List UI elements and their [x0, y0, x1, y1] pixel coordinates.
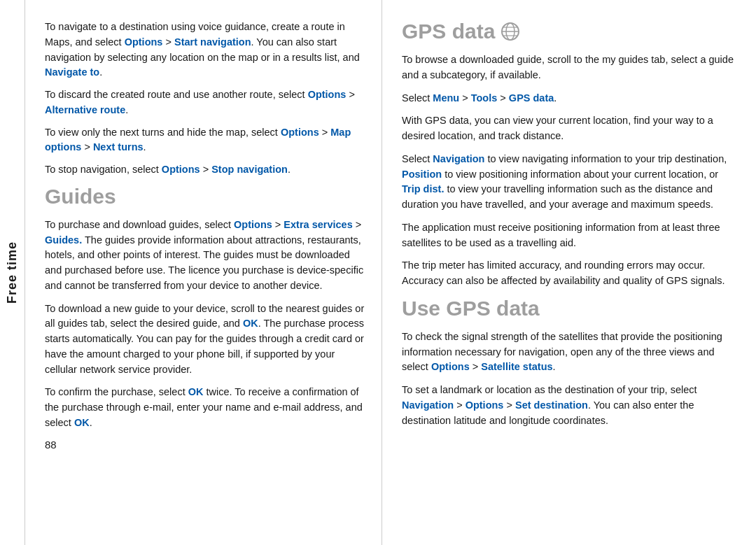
- navigation-link[interactable]: Navigation: [433, 153, 484, 164]
- right-column: GPS data To browse a downloaded guide, s…: [382, 0, 756, 545]
- gps-data-link[interactable]: GPS data: [509, 92, 554, 104]
- ok-link-2[interactable]: OK: [188, 386, 204, 397]
- side-tab: Free time: [0, 0, 25, 545]
- globe-icon: [500, 22, 520, 41]
- nav-para-4: To stop navigation, select Options > Sto…: [45, 162, 365, 178]
- navigate-to-link[interactable]: Navigate to: [45, 66, 99, 78]
- side-tab-label: Free time: [5, 241, 20, 304]
- nav-para-2: To discard the created route and use ano…: [45, 87, 365, 118]
- next-turns-link[interactable]: Next turns: [93, 141, 144, 153]
- navigation-link-2[interactable]: Navigation: [402, 399, 454, 411]
- position-link[interactable]: Position: [402, 169, 442, 180]
- gps-with-data-para: With GPS data, you can view your current…: [402, 113, 736, 144]
- options-link-3[interactable]: Options: [281, 127, 319, 138]
- options-link-5[interactable]: Options: [234, 219, 272, 230]
- trip-dist-link[interactable]: Trip dist.: [402, 183, 444, 194]
- use-gps-landmark-para: To set a landmark or location as the des…: [402, 383, 736, 428]
- gps-data-title: GPS data: [402, 20, 495, 43]
- options-link-1[interactable]: Options: [125, 36, 163, 48]
- options-link-7[interactable]: Options: [465, 399, 504, 411]
- gps-tripmeter-para: The trip meter has limited accuracy, and…: [402, 258, 736, 289]
- tools-link[interactable]: Tools: [471, 92, 498, 104]
- use-gps-heading: Use GPS data: [402, 297, 736, 320]
- stop-navigation-link[interactable]: Stop navigation: [211, 164, 288, 175]
- page-number: 88: [45, 439, 365, 451]
- options-link-4[interactable]: Options: [162, 164, 200, 175]
- ok-link-3[interactable]: OK: [74, 417, 90, 428]
- use-gps-signal-para: To check the signal strength of the sate…: [402, 330, 736, 375]
- gps-browse-para: To browse a downloaded guide, scroll to …: [402, 52, 736, 83]
- gps-data-heading: GPS data: [402, 20, 736, 43]
- start-navigation-link[interactable]: Start navigation: [174, 36, 251, 48]
- satellite-status-link[interactable]: Satellite status: [481, 361, 552, 372]
- guides-link[interactable]: Guides.: [45, 234, 82, 246]
- nav-para-3: To view only the next turns and hide the…: [45, 125, 365, 156]
- alternative-route-link[interactable]: Alternative route: [45, 104, 125, 115]
- menu-link[interactable]: Menu: [433, 92, 459, 104]
- guides-para-1: To purchase and download guides, select …: [45, 218, 365, 294]
- set-destination-link[interactable]: Set destination: [515, 399, 588, 411]
- guides-para-3: To confirm the purchase, select OK twice…: [45, 385, 365, 430]
- ok-link-1[interactable]: OK: [243, 318, 258, 329]
- nav-para-1: To navigate to a destination using voice…: [45, 20, 365, 80]
- extra-services-link[interactable]: Extra services: [284, 219, 352, 230]
- options-link-6[interactable]: Options: [431, 361, 470, 372]
- gps-select-menu-para: Select Menu > Tools > GPS data.: [402, 91, 736, 106]
- options-link-2[interactable]: Options: [308, 89, 346, 100]
- gps-positioning-para: The application must receive positioning…: [402, 220, 736, 251]
- left-column: To navigate to a destination using voice…: [25, 0, 382, 545]
- guides-para-2: To download a new guide to your device, …: [45, 302, 365, 378]
- main-content: To navigate to a destination using voice…: [25, 0, 756, 545]
- gps-select-navigation-para: Select Navigation to view navigating inf…: [402, 152, 736, 213]
- guides-heading: Guides: [45, 185, 365, 208]
